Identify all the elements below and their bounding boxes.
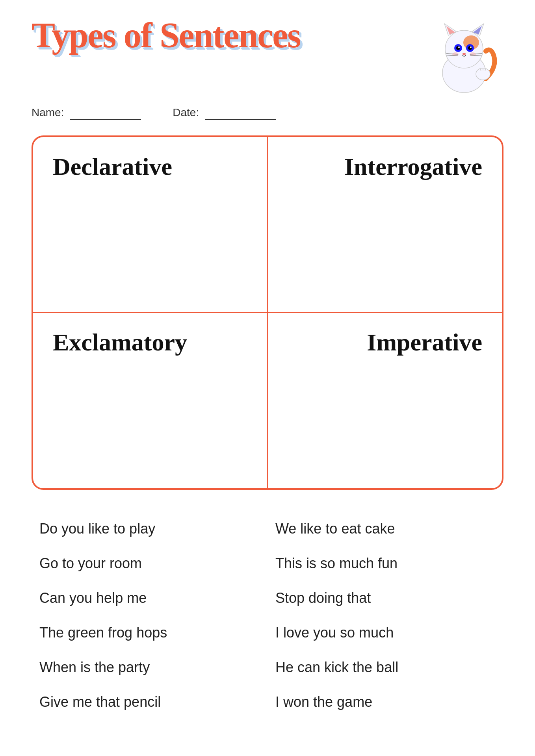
list-item: I love you so much [268, 617, 503, 648]
list-item: We like to eat cake [268, 513, 503, 544]
title-area: Types of Sentences [32, 16, 425, 55]
exclamatory-label: Exclamatory [53, 328, 187, 356]
svg-point-10 [468, 46, 472, 50]
list-item: I won the game [268, 687, 503, 717]
cat-illustration [425, 16, 503, 94]
svg-point-9 [456, 46, 460, 50]
list-item: He can kick the ball [268, 652, 503, 683]
quadrant-imperative: Imperative [268, 313, 502, 488]
quadrant-interrogative: Interrogative [268, 137, 502, 313]
date-underline[interactable] [205, 106, 276, 120]
name-field: Name: [32, 106, 141, 120]
list-item: Stop doing that [268, 583, 503, 613]
name-date-row: Name: Date: [32, 106, 503, 120]
svg-point-1 [445, 30, 483, 68]
imperative-label: Imperative [367, 328, 482, 356]
page-header: Types of Sentences [32, 16, 503, 94]
list-item: The green frog hops [32, 617, 268, 648]
quadrant-exclamatory: Exclamatory [33, 313, 268, 488]
date-field: Date: [173, 106, 276, 120]
list-item: Go to your room [32, 548, 268, 579]
svg-point-13 [463, 53, 466, 55]
name-underline[interactable] [70, 106, 141, 120]
declarative-label: Declarative [53, 153, 172, 181]
quadrant-box: Declarative Interrogative Exclamatory Im… [32, 135, 503, 490]
svg-point-12 [470, 46, 472, 48]
list-item: This is so much fun [268, 548, 503, 579]
list-item: Do you like to play [32, 513, 268, 544]
list-item: When is the party [32, 652, 268, 683]
sentences-section: Do you like to play We like to eat cake … [32, 513, 503, 717]
page-title: Types of Sentences [32, 16, 300, 55]
list-item: Can you help me [32, 583, 268, 613]
svg-point-11 [458, 46, 460, 48]
quadrant-declarative: Declarative [33, 137, 268, 313]
interrogative-label: Interrogative [344, 153, 482, 181]
list-item: Give me that pencil [32, 687, 268, 717]
